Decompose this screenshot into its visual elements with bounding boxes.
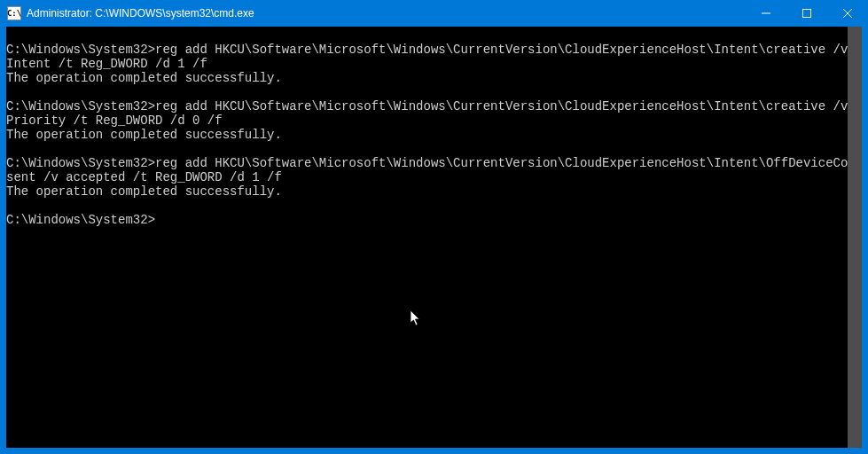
svg-rect-1 xyxy=(803,10,811,18)
scrollbar-track[interactable] xyxy=(848,27,862,448)
minimize-button[interactable] xyxy=(746,0,786,27)
window-title: Administrator: C:\WINDOWS\system32\cmd.e… xyxy=(27,7,746,20)
terminal-container: C:\Windows\System32>reg add HKCU\Softwar… xyxy=(6,27,862,448)
close-button[interactable] xyxy=(827,0,868,27)
scrollbar-thumb[interactable] xyxy=(848,27,862,448)
titlebar[interactable]: C:\ Administrator: C:\WINDOWS\system32\c… xyxy=(0,0,868,27)
maximize-button[interactable] xyxy=(786,0,827,27)
terminal[interactable]: C:\Windows\System32>reg add HKCU\Softwar… xyxy=(6,27,862,448)
window-controls xyxy=(746,0,868,27)
cmd-icon: C:\ xyxy=(7,6,21,20)
